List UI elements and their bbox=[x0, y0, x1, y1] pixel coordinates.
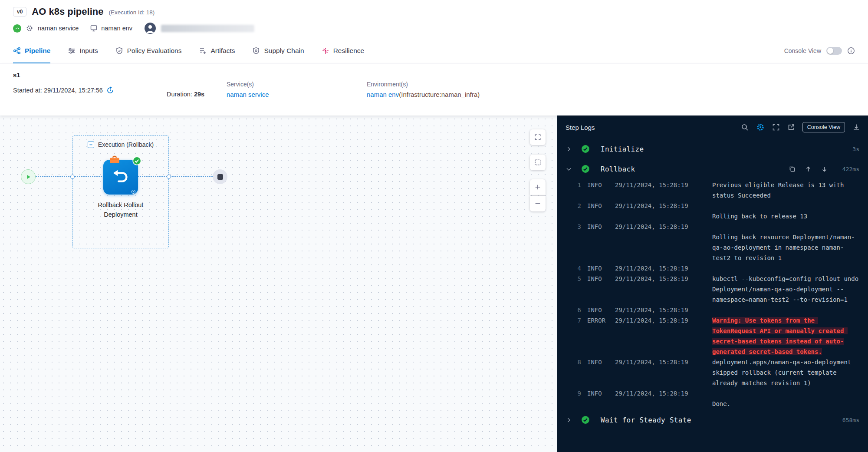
log-timestamp: 29/11/2024, 15:28:19 bbox=[615, 263, 707, 274]
log-timestamp: 29/11/2024, 15:28:19 bbox=[615, 315, 707, 326]
resilience-icon bbox=[322, 47, 329, 55]
service-link[interactable]: naman service bbox=[227, 91, 269, 98]
log-message: kubectl --kubeconfig=config rollout undo… bbox=[712, 274, 868, 305]
log-timestamp: 29/11/2024, 15:28:19 bbox=[615, 305, 707, 315]
log-timestamp: 29/11/2024, 15:28:19 bbox=[615, 388, 707, 399]
connector-dot-right bbox=[167, 175, 171, 179]
tab-label: Artifacts bbox=[210, 47, 235, 55]
artifacts-icon bbox=[199, 47, 207, 55]
log-settings-gear-icon[interactable] bbox=[756, 123, 765, 132]
log-panel-title: Step Logs bbox=[566, 124, 595, 131]
rollback-arrow-icon bbox=[111, 167, 131, 187]
log-line-number: 9 bbox=[570, 388, 581, 399]
log-section-rollback[interactable]: Rollback 422ms bbox=[557, 159, 868, 179]
tab-label: Policy Evaluations bbox=[127, 47, 182, 55]
scroll-up-icon[interactable] bbox=[805, 165, 812, 173]
log-fullscreen-icon[interactable] bbox=[772, 123, 780, 131]
log-line: 8 INFO 29/11/2024, 15:28:19 deployment.a… bbox=[557, 357, 868, 388]
tab-resilience[interactable]: Resilience bbox=[322, 38, 365, 63]
section-duration: 658ms bbox=[837, 417, 859, 423]
page-title: AO k8s pipeline bbox=[32, 6, 103, 17]
stage-services: Service(s) naman service bbox=[227, 81, 269, 98]
environment-link[interactable]: naman env bbox=[367, 91, 399, 98]
pipeline-canvas[interactable]: Execution (Rollback) bbox=[0, 115, 557, 452]
canvas-fullscreen-button[interactable] bbox=[530, 129, 546, 145]
chevron-down-icon[interactable] bbox=[566, 166, 572, 172]
briefcase-icon bbox=[109, 155, 120, 164]
started-at-text: Started at: 29/11/2024, 15:27:56 bbox=[13, 87, 103, 94]
log-message: Rolling back to release 13 bbox=[712, 201, 868, 221]
redacted-user-email bbox=[161, 25, 254, 32]
console-view-label: Console View bbox=[784, 47, 821, 54]
log-section-initialize[interactable]: Initialize 3s bbox=[557, 139, 868, 159]
stage-name: s1 bbox=[13, 71, 855, 79]
scroll-down-icon[interactable] bbox=[821, 165, 828, 173]
open-in-new-icon[interactable] bbox=[787, 123, 795, 131]
console-view-button[interactable]: Console View bbox=[802, 122, 845, 132]
section-name: Initialize bbox=[601, 145, 644, 153]
stage-info-bar: s1 Started at: 29/11/2024, 15:27:56 Dura… bbox=[0, 63, 868, 115]
pipeline-start-node[interactable] bbox=[21, 169, 36, 184]
log-message: Previous eligible Release is 13 with sta… bbox=[712, 180, 868, 201]
header-service-name[interactable]: naman service bbox=[38, 25, 79, 32]
canvas-select-button[interactable] bbox=[530, 155, 546, 170]
execution-rollback-group: Execution (Rollback) bbox=[72, 135, 169, 248]
user-avatar[interactable] bbox=[145, 23, 156, 34]
zoom-in-button[interactable] bbox=[530, 179, 546, 195]
console-view-toggle[interactable] bbox=[826, 47, 842, 55]
log-level: ERROR bbox=[587, 315, 614, 326]
log-timestamp: 29/11/2024, 15:28:19 bbox=[615, 221, 707, 232]
download-icon[interactable] bbox=[852, 123, 860, 131]
group-label: Execution (Rollback) bbox=[98, 141, 154, 148]
pipeline-end-node[interactable] bbox=[213, 169, 227, 184]
tab-pipeline[interactable]: Pipeline bbox=[13, 38, 50, 63]
log-section-wait-for-steady-state[interactable]: Wait for Steady State 658ms bbox=[557, 410, 868, 430]
rollback-step-icon[interactable] bbox=[103, 160, 138, 195]
log-line: 9 INFO 29/11/2024, 15:28:19 Done. bbox=[557, 388, 868, 409]
collapse-icon[interactable] bbox=[88, 142, 94, 148]
success-check-icon bbox=[581, 165, 590, 173]
info-icon[interactable] bbox=[847, 47, 855, 55]
zoom-out-button[interactable] bbox=[530, 196, 546, 211]
log-line-error: 7 ERROR 29/11/2024, 15:28:19 Warning: Us… bbox=[557, 315, 868, 357]
log-level: INFO bbox=[587, 180, 614, 190]
step-logs-panel: Step Logs Console View bbox=[557, 115, 868, 452]
log-message: Done. bbox=[712, 388, 868, 409]
play-icon bbox=[26, 174, 31, 180]
inputs-icon bbox=[68, 47, 76, 55]
stop-icon bbox=[217, 174, 223, 180]
title-row: v0 AO k8s pipeline (Execution Id: 18) bbox=[13, 6, 855, 17]
tab-artifacts[interactable]: Artifacts bbox=[199, 38, 235, 63]
section-name: Rollback bbox=[601, 165, 635, 173]
search-icon[interactable] bbox=[741, 123, 749, 131]
tab-label: Pipeline bbox=[25, 47, 50, 55]
tab-label: Inputs bbox=[79, 47, 98, 55]
gear-icon bbox=[26, 24, 33, 32]
service-status-icon bbox=[13, 24, 21, 33]
log-line: 6 INFO 29/11/2024, 15:28:19 bbox=[557, 305, 868, 315]
tab-supply-chain[interactable]: Supply Chain bbox=[252, 38, 304, 63]
history-icon[interactable] bbox=[106, 86, 114, 94]
log-level: INFO bbox=[587, 274, 614, 284]
header-environment-name[interactable]: naman env bbox=[101, 25, 132, 32]
tab-inputs[interactable]: Inputs bbox=[68, 38, 98, 63]
shield-check-icon bbox=[115, 47, 123, 55]
log-line: 5 INFO 29/11/2024, 15:28:19 kubectl --ku… bbox=[557, 274, 868, 305]
log-line-number: 7 bbox=[570, 315, 581, 326]
success-check-icon bbox=[581, 416, 590, 424]
environments-label: Environment(s) bbox=[367, 81, 480, 88]
tab-policy-evaluations[interactable]: Policy Evaluations bbox=[115, 38, 182, 63]
tab-label: Supply Chain bbox=[264, 47, 304, 55]
stage-environments: Environment(s) naman env(Infrastructure:… bbox=[367, 81, 480, 98]
execution-tabs: Pipeline Inputs Policy Evaluations Artif… bbox=[0, 38, 868, 63]
log-line-number: 2 bbox=[570, 201, 581, 211]
stage-duration: Duration: 29s bbox=[167, 91, 204, 98]
log-level: INFO bbox=[587, 201, 614, 211]
chevron-right-icon[interactable] bbox=[566, 417, 572, 423]
copy-icon[interactable] bbox=[789, 165, 796, 173]
log-timestamp: 29/11/2024, 15:28:19 bbox=[615, 201, 707, 211]
log-level: INFO bbox=[587, 357, 614, 367]
version-badge: v0 bbox=[13, 7, 26, 16]
chevron-right-icon[interactable] bbox=[566, 146, 572, 152]
infrastructure-text: (Infrastructure:naman_infra) bbox=[399, 91, 480, 98]
